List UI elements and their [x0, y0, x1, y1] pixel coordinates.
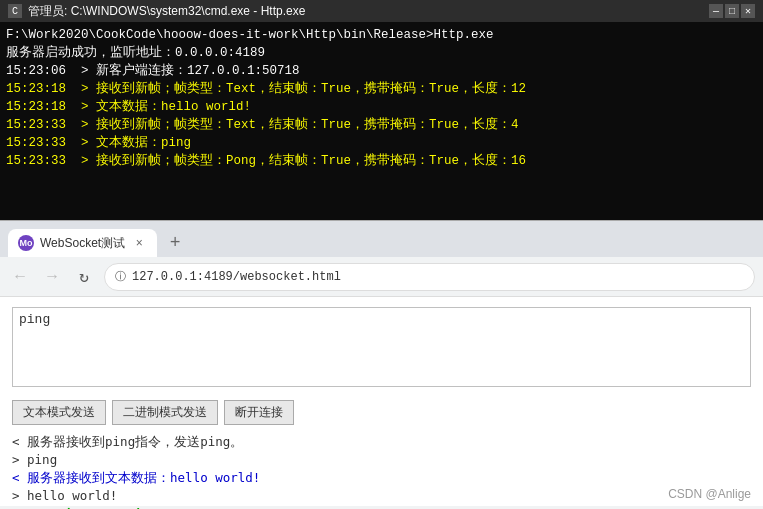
cmd-window: C 管理员: C:\WINDOWS\system32\cmd.exe - Htt…	[0, 0, 763, 220]
lock-icon: ⓘ	[115, 269, 126, 284]
forward-button[interactable]: →	[40, 265, 64, 289]
log-line: < 服务器接收到文本数据：hello world!	[12, 469, 751, 487]
binary-send-button[interactable]: 二进制模式发送	[112, 400, 218, 425]
tab-close-button[interactable]: ×	[131, 235, 147, 251]
watermark: CSDN @Anlige	[668, 487, 751, 501]
browser-content: 文本模式发送二进制模式发送断开连接 < 服务器接收到ping指令，发送ping。…	[0, 297, 763, 506]
browser-titlebar: Mo WebSocket测试 × +	[0, 221, 763, 257]
cmd-minimize-button[interactable]: —	[709, 4, 723, 18]
tab-logo: Mo	[18, 235, 34, 251]
cmd-line: 15:23:18 > 接收到新帧；帧类型：Text，结束帧：True，携带掩码：…	[6, 80, 757, 98]
refresh-button[interactable]: ↻	[72, 265, 96, 289]
log-line: > hello world!	[12, 487, 751, 505]
cmd-titlebar: C 管理员: C:\WINDOWS\system32\cmd.exe - Htt…	[0, 0, 763, 22]
cmd-line: 15:23:18 > 文本数据：hello world!	[6, 98, 757, 116]
cmd-body: F:\Work2020\CookCode\hooow-does-it-work\…	[0, 22, 763, 220]
log-line: connection opened	[12, 505, 751, 509]
new-tab-button[interactable]: +	[161, 229, 189, 257]
cmd-line: 服务器启动成功，监听地址：0.0.0.0:4189	[6, 44, 757, 62]
ws-log: < 服务器接收到ping指令，发送ping。> ping< 服务器接收到文本数据…	[12, 433, 751, 509]
cmd-line: 15:23:06 > 新客户端连接：127.0.0.1:50718	[6, 62, 757, 80]
ws-buttons: 文本模式发送二进制模式发送断开连接	[12, 400, 751, 425]
back-button[interactable]: ←	[8, 265, 32, 289]
disconnect-button[interactable]: 断开连接	[224, 400, 294, 425]
cmd-line: 15:23:33 > 接收到新帧；帧类型：Pong，结束帧：True，携带掩码：…	[6, 152, 757, 170]
text-send-button[interactable]: 文本模式发送	[12, 400, 106, 425]
address-text: 127.0.0.1:4189/websocket.html	[132, 270, 341, 284]
tab-label: WebSocket测试	[40, 235, 125, 252]
cmd-window-controls: — □ ✕	[709, 4, 755, 18]
cmd-line: F:\Work2020\CookCode\hooow-does-it-work\…	[6, 26, 757, 44]
browser-window: Mo WebSocket测试 × + ← → ↻ ⓘ 127.0.0.1:418…	[0, 220, 763, 509]
browser-tab[interactable]: Mo WebSocket测试 ×	[8, 229, 157, 257]
cmd-line: 15:23:33 > 接收到新帧；帧类型：Text，结束帧：True，携带掩码：…	[6, 116, 757, 134]
log-line: > ping	[12, 451, 751, 469]
address-bar[interactable]: ⓘ 127.0.0.1:4189/websocket.html	[104, 263, 755, 291]
cmd-maximize-button[interactable]: □	[725, 4, 739, 18]
cmd-icon: C	[8, 4, 22, 18]
cmd-line: 15:23:33 > 文本数据：ping	[6, 134, 757, 152]
browser-toolbar: ← → ↻ ⓘ 127.0.0.1:4189/websocket.html	[0, 257, 763, 297]
ws-message-input[interactable]	[12, 307, 751, 387]
cmd-title: 管理员: C:\WINDOWS\system32\cmd.exe - Http.…	[28, 3, 703, 20]
cmd-close-button[interactable]: ✕	[741, 4, 755, 18]
log-line: < 服务器接收到ping指令，发送ping。	[12, 433, 751, 451]
